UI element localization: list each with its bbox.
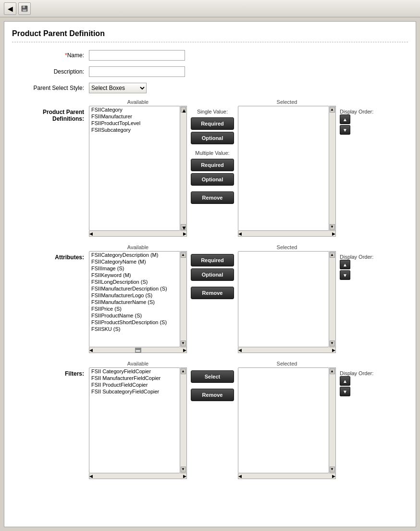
title-divider <box>12 42 408 42</box>
attr-display-order: Display Order: ▲ ▼ <box>336 244 373 280</box>
filters-order-down-button[interactable]: ▼ <box>340 387 350 396</box>
name-input[interactable] <box>89 50 185 61</box>
single-value-label: Single Value: <box>197 109 228 114</box>
attr-order-down-button[interactable]: ▼ <box>340 270 350 280</box>
name-row: *Name: <box>12 50 408 61</box>
parent-select-style-select[interactable]: Select Boxes Radio Buttons Dropdown <box>89 83 147 93</box>
ppd-available-scrollbar[interactable]: ▲ ▼ <box>180 106 187 231</box>
list-item[interactable]: FSIICategoryDescription (M) <box>89 252 180 258</box>
filters-selected-header: Selected <box>238 361 336 367</box>
list-item[interactable]: FSII CategoryFieldCopier <box>89 368 180 375</box>
list-item[interactable]: FSIIProductShortDescription (S) <box>89 319 180 326</box>
filters-available-list-container: Available FSII CategoryFieldCopier FSII … <box>89 361 187 479</box>
filters-middle-buttons: Select Remove <box>187 361 238 401</box>
filters-order-up-button[interactable]: ▲ <box>340 376 350 386</box>
list-item[interactable]: FSIIImage (S) <box>89 265 180 272</box>
scroll-up[interactable]: ▲ <box>181 252 186 258</box>
svg-rect-1 <box>23 6 25 8</box>
list-item[interactable]: FSIIManufacturerName (S) <box>89 299 180 305</box>
list-item[interactable]: FSIILongDescription (S) <box>89 278 180 285</box>
ppd-remove-button[interactable]: Remove <box>191 191 234 204</box>
list-item[interactable]: FSII ProductFieldCopier <box>89 381 180 388</box>
filters-available-header: Available <box>89 361 187 367</box>
list-item[interactable]: FSIIManufacturer <box>89 113 180 120</box>
ppd-single-required-button[interactable]: Required <box>191 117 234 130</box>
list-item[interactable]: FSIIProductName (S) <box>89 312 180 319</box>
list-item[interactable]: FSIIPrice (S) <box>89 305 180 312</box>
scroll-down[interactable]: ▼ <box>330 224 335 230</box>
page-title: Product Parent Definition <box>12 29 408 38</box>
filters-available-listbox[interactable]: FSII CategoryFieldCopier FSII Manufactur… <box>89 367 180 473</box>
ppd-selected-list-container: Selected ▲ ▼ ◀ ▶ <box>238 99 336 237</box>
scroll-down[interactable]: ▼ <box>330 467 335 472</box>
attr-selected-hscroll[interactable]: ◀ ▶ <box>238 347 336 353</box>
attr-available-listbox[interactable]: FSIICategoryDescription (M) FSIICategory… <box>89 251 180 347</box>
main-content: Product Parent Definition *Name: Descrip… <box>4 21 416 527</box>
filters-available-hscroll[interactable]: ◀ ▶ <box>89 473 187 479</box>
scroll-down[interactable]: ▼ <box>330 341 335 346</box>
attributes-section: Attributes: Available FSIICategoryDescri… <box>12 244 408 353</box>
ppd-single-optional-button[interactable]: Optional <box>191 132 234 144</box>
filters-selected-listbox[interactable] <box>238 367 329 473</box>
attr-available-hscroll[interactable]: ◀ ▬ ▶ <box>89 347 187 353</box>
filters-available-scrollbar[interactable]: ▲ ▼ <box>180 367 187 473</box>
attr-available-scrollbar[interactable]: ▲ ▼ <box>180 251 187 347</box>
attr-order-up-button[interactable]: ▲ <box>340 260 350 269</box>
attr-optional-button[interactable]: Optional <box>191 268 234 281</box>
attr-required-button[interactable]: Required <box>191 254 234 266</box>
ppd-selected-header: Selected <box>238 99 336 105</box>
scroll-down[interactable]: ▼ <box>181 467 186 472</box>
save-button[interactable] <box>18 2 31 15</box>
description-input[interactable] <box>89 66 185 77</box>
list-item[interactable]: FSII SubcategoryFieldCopier <box>89 388 180 395</box>
ppd-multiple-required-button[interactable]: Required <box>191 159 234 171</box>
list-item[interactable]: FSIICategoryName (M) <box>89 258 180 265</box>
list-item[interactable]: FSIIProductTopLevel <box>89 120 180 126</box>
ppd-selected-hscroll[interactable]: ◀ ▶ <box>238 231 336 237</box>
attr-available-list-container: Available FSIICategoryDescription (M) FS… <box>89 244 187 353</box>
ppd-selected-listbox[interactable] <box>238 106 329 231</box>
filters-section: Filters: Available FSII CategoryFieldCop… <box>12 361 408 479</box>
filters-selected-scrollbar[interactable]: ▲ ▼ <box>329 367 336 473</box>
ppd-available-hscroll[interactable]: ◀ ▶ <box>89 231 187 237</box>
ppd-available-list-container: Available FSIICategory FSIIManufacturer … <box>89 99 187 237</box>
attr-middle-buttons: Required Optional Remove <box>187 244 238 299</box>
list-item[interactable]: FSII ManufacturerFieldCopier <box>89 375 180 381</box>
ppd-order-up-button[interactable]: ▲ <box>340 114 350 124</box>
svg-rect-3 <box>23 10 26 11</box>
ppd-available-listbox[interactable]: FSIICategory FSIIManufacturer FSIIProduc… <box>89 106 180 231</box>
ppd-middle-buttons: Single Value: Required Optional Multiple… <box>187 99 238 204</box>
ppd-selected-scrollbar[interactable]: ▲ ▼ <box>329 106 336 231</box>
filters-remove-button[interactable]: Remove <box>191 389 234 401</box>
filters-display-order: Display Order: ▲ ▼ <box>336 361 373 396</box>
scroll-down[interactable]: ▼ <box>181 341 186 346</box>
list-item[interactable]: FSIIManufacturerDescription (S) <box>89 285 180 292</box>
save-icon <box>21 5 28 13</box>
scroll-up[interactable]: ▲ <box>181 107 186 113</box>
ppd-multiple-optional-button[interactable]: Optional <box>191 173 234 186</box>
list-item[interactable]: FSIISubcategory <box>89 126 180 133</box>
description-row: Description: <box>12 66 408 77</box>
ppd-display-order-label: Display Order: <box>340 109 373 114</box>
product-parent-definitions-section: Product Parent Definitions: Available FS… <box>12 99 408 237</box>
toolbar: ◀ <box>0 0 420 17</box>
scroll-up[interactable]: ▲ <box>330 252 335 258</box>
list-item[interactable]: FSIIKeyword (M) <box>89 272 180 278</box>
scroll-up[interactable]: ▲ <box>181 368 186 374</box>
list-item[interactable]: FSIICategory <box>89 106 180 113</box>
back-button[interactable]: ◀ <box>4 2 16 15</box>
ppd-order-down-button[interactable]: ▼ <box>340 125 350 135</box>
scroll-down[interactable]: ▼ <box>181 224 186 230</box>
scroll-up[interactable]: ▲ <box>330 368 335 374</box>
filters-content: Available FSII CategoryFieldCopier FSII … <box>89 361 373 479</box>
attr-selected-header: Selected <box>238 244 336 250</box>
filters-selected-hscroll[interactable]: ◀ ▶ <box>238 473 336 479</box>
list-item[interactable]: FSIISKU (S) <box>89 326 180 332</box>
list-item[interactable]: FSIIManufacturerLogo (S) <box>89 292 180 299</box>
filters-select-button[interactable]: Select <box>191 370 234 383</box>
attr-selected-list-container: Selected ▲ ▼ ◀ ▶ <box>238 244 336 353</box>
attr-selected-scrollbar[interactable]: ▲ ▼ <box>329 251 336 347</box>
attr-remove-button[interactable]: Remove <box>191 287 234 299</box>
attr-selected-listbox[interactable] <box>238 251 329 347</box>
scroll-up[interactable]: ▲ <box>330 107 335 113</box>
